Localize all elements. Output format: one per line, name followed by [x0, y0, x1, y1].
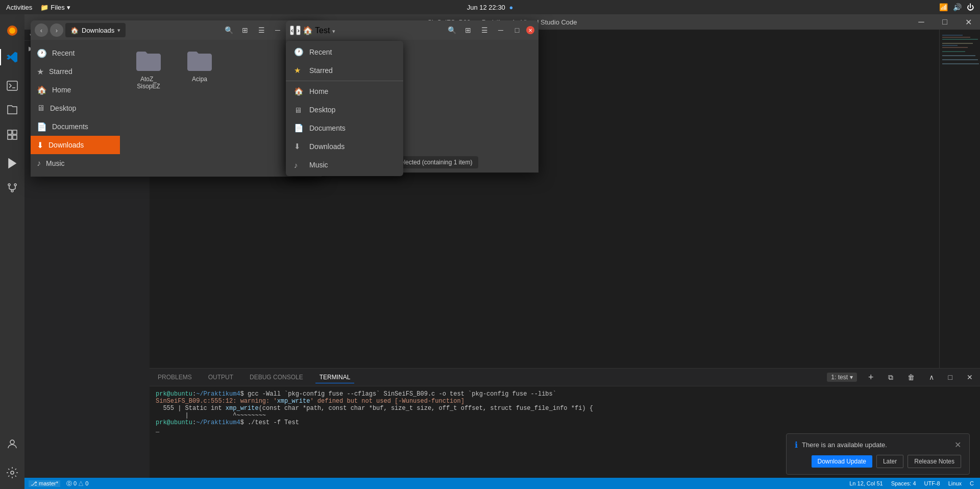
activity-git[interactable]: [0, 176, 24, 200]
fm-back-btn[interactable]: ‹: [35, 23, 48, 37]
svg-rect-3: [8, 130, 12, 134]
dd-item-downloads[interactable]: ⬇ Downloads: [286, 137, 403, 156]
close-button[interactable]: ✕: [957, 14, 980, 30]
fm-sort-btn[interactable]: ☰: [254, 23, 268, 37]
fm2-back-btn[interactable]: ‹: [290, 26, 294, 35]
terminal-name-select[interactable]: 1: test ▾: [827, 373, 857, 382]
fm-path-bar[interactable]: 🏠 Downloads ▾: [65, 23, 126, 37]
errors-warnings[interactable]: ⓪ 0 △ 0: [64, 480, 90, 487]
dd-item-home[interactable]: 🏠 Home: [286, 82, 403, 101]
dd-recent-label: Recent: [309, 48, 332, 56]
activity-extensions[interactable]: [0, 123, 24, 147]
svg-rect-4: [13, 130, 17, 134]
terminal-split-btn[interactable]: ⧉: [885, 373, 896, 382]
fm-minimize-btn[interactable]: ─: [271, 23, 285, 37]
terminal-collapse-btn[interactable]: ∧: [926, 373, 937, 381]
topbar: Activities 📁 Files ▾ Jun 12 22:30 ● 📶 🔊 …: [0, 0, 980, 14]
activity-account[interactable]: [0, 432, 24, 456]
activity-terminal[interactable]: [0, 74, 24, 98]
fm-folder-acipa[interactable]: Acipa: [179, 48, 220, 90]
minimap: [939, 30, 980, 368]
dd-item-documents[interactable]: 📄 Documents: [286, 119, 403, 137]
fm-music-label: Music: [46, 159, 65, 167]
tab-output[interactable]: OUTPUT: [204, 372, 237, 383]
cursor-position[interactable]: Ln 12, Col 51: [847, 480, 885, 486]
fm-forward-btn[interactable]: ›: [50, 23, 63, 37]
activity-firefox[interactable]: [0, 18, 24, 43]
tab-terminal[interactable]: TERMINAL: [315, 372, 355, 383]
download-update-btn[interactable]: Download Update: [812, 455, 872, 468]
dd-starred-label: Starred: [309, 66, 333, 75]
eol[interactable]: Linux: [946, 480, 964, 486]
fm-sidebar-home[interactable]: 🏠 Home: [31, 81, 120, 99]
fm-search-btn[interactable]: 🔍: [222, 23, 236, 37]
activity-run[interactable]: [0, 151, 24, 176]
activity-files[interactable]: [0, 98, 24, 123]
svg-line-14: [12, 189, 15, 190]
recent-icon: 🕐: [37, 48, 47, 58]
dd-downloads-label: Downloads: [309, 142, 345, 151]
git-branch[interactable]: ⎇ master*: [29, 480, 60, 487]
terminal-instance-label: 1: test: [831, 374, 848, 381]
documents-icon: 📄: [37, 122, 47, 132]
terminal-maximize-btn[interactable]: □: [945, 373, 955, 381]
dd-item-desktop[interactable]: 🖥 Desktop: [286, 101, 403, 119]
home-icon: 🏠: [37, 85, 47, 95]
release-notes-btn[interactable]: Release Notes: [908, 455, 961, 468]
dd-recent-icon: 🕐: [294, 47, 303, 57]
notif-close-btn[interactable]: ✕: [954, 440, 961, 450]
minimize-button[interactable]: ─: [910, 14, 933, 30]
desktop-icon: 🖥: [37, 104, 45, 113]
fm-documents-label: Documents: [52, 123, 88, 131]
activities-label[interactable]: Activities: [6, 4, 32, 11]
fm2-sort-btn[interactable]: ☰: [477, 23, 492, 37]
later-btn[interactable]: Later: [876, 455, 903, 468]
svg-rect-22: [942, 45, 958, 46]
fm2-forward-btn[interactable]: ›: [296, 26, 300, 35]
terminal-trash-btn[interactable]: 🗑: [904, 373, 918, 381]
terminal-close-btn[interactable]: ✕: [964, 373, 976, 381]
fm-sidebar-downloads[interactable]: ⬇ Downloads: [31, 136, 120, 154]
indentation[interactable]: Spaces: 4: [889, 480, 918, 486]
dd-item-music[interactable]: ♪ Music: [286, 156, 403, 174]
fm-sidebar-documents[interactable]: 📄 Documents: [31, 117, 120, 136]
starred-icon: ★: [37, 67, 44, 77]
fm-sidebar-desktop[interactable]: 🖥 Desktop: [31, 99, 120, 117]
fm-home-icon: 🏠: [70, 27, 79, 34]
maximize-button[interactable]: □: [933, 14, 957, 30]
fm-sidebar-music[interactable]: ♪ Music: [31, 154, 120, 173]
fm2-minimize-btn[interactable]: ─: [494, 23, 508, 37]
activity-settings[interactable]: [0, 460, 24, 485]
git-branch-name: master*: [39, 480, 58, 486]
fm-view-btn[interactable]: ⊞: [238, 23, 252, 37]
files-label: Files: [51, 4, 64, 11]
notif-header: ℹ There is an available update. ✕: [795, 440, 961, 450]
dd-item-recent[interactable]: 🕐 Recent: [286, 43, 403, 61]
terminal-add-btn[interactable]: +: [865, 372, 877, 383]
activity-vscode[interactable]: [0, 45, 24, 69]
tab-problems[interactable]: PROBLEMS: [154, 372, 196, 383]
fm-path-label: Downloads: [82, 27, 114, 34]
tab-debug-console[interactable]: DEBUG CONSOLE: [246, 372, 307, 383]
git-icon: ⎇: [31, 480, 39, 486]
fm2-path-bar[interactable]: 🏠 Test ▾: [303, 26, 335, 35]
fm2-view-btn[interactable]: ⊞: [461, 23, 475, 37]
language-mode[interactable]: C: [968, 480, 976, 486]
fm-sidebar-recent[interactable]: 🕐 Recent: [31, 44, 120, 62]
update-notification: ℹ There is an available update. ✕ Downlo…: [786, 433, 970, 475]
files-menu[interactable]: 📁 Files ▾: [40, 4, 70, 11]
svg-rect-19: [942, 37, 970, 38]
music-icon: ♪: [37, 159, 41, 168]
svg-rect-20: [942, 39, 978, 40]
dd-item-starred[interactable]: ★ Starred: [286, 61, 403, 80]
statusbar: ⎇ master* ⓪ 0 △ 0 Ln 12, Col 51 Spaces: …: [24, 478, 980, 489]
fm-folder-atoz[interactable]: AtoZ_SisopEZ: [128, 48, 169, 90]
fm2-search-btn[interactable]: 🔍: [445, 23, 459, 37]
fm-body: 🕐 Recent ★ Starred 🏠 Home 🖥 Desktop 📄 Do…: [31, 40, 322, 177]
encoding[interactable]: UTF-8: [922, 480, 942, 486]
fm-sidebar-starred[interactable]: ★ Starred: [31, 62, 120, 81]
dd-desktop-label: Desktop: [309, 106, 335, 114]
terminal-line-2: SinSeiFS_B09.c:555:12: warning: 'xmp_wri…: [156, 398, 974, 405]
fm2-close-btn[interactable]: ✕: [526, 26, 534, 34]
fm2-resize-btn[interactable]: □: [510, 23, 524, 37]
